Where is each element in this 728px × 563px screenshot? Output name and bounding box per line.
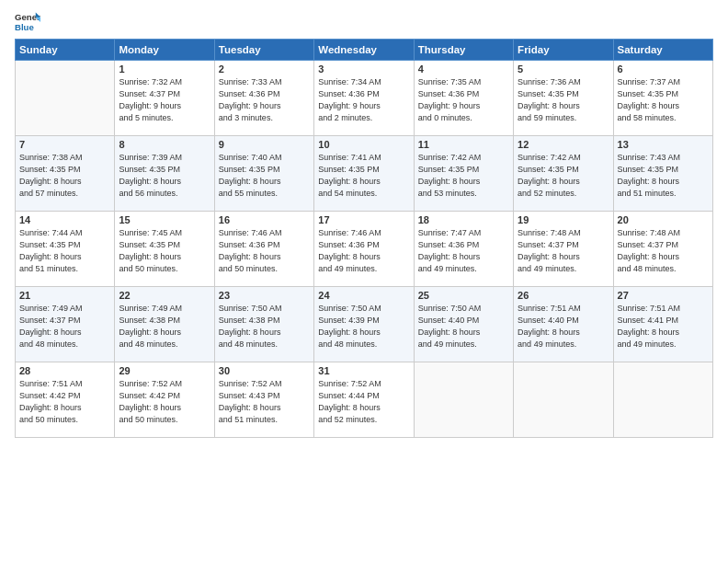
day-info: Sunrise: 7:49 AM Sunset: 4:38 PM Dayligh…: [119, 303, 210, 350]
day-number: 6: [618, 63, 709, 75]
day-info: Sunrise: 7:33 AM Sunset: 4:36 PM Dayligh…: [219, 76, 310, 124]
day-info: Sunrise: 7:46 AM Sunset: 4:36 PM Dayligh…: [219, 227, 310, 275]
calendar-week-1: 1Sunrise: 7:32 AM Sunset: 4:37 PM Daylig…: [16, 61, 713, 136]
day-number: 2: [219, 63, 310, 75]
day-info: Sunrise: 7:51 AM Sunset: 4:40 PM Dayligh…: [518, 303, 609, 350]
day-info: Sunrise: 7:35 AM Sunset: 4:36 PM Dayligh…: [418, 76, 509, 124]
calendar-cell: 24Sunrise: 7:50 AM Sunset: 4:39 PM Dayli…: [314, 287, 414, 362]
calendar-cell: 10Sunrise: 7:41 AM Sunset: 4:35 PM Dayli…: [314, 136, 414, 212]
header-row: SundayMondayTuesdayWednesdayThursdayFrid…: [16, 40, 713, 61]
day-info: Sunrise: 7:32 AM Sunset: 4:37 PM Dayligh…: [119, 76, 210, 124]
day-info: Sunrise: 7:43 AM Sunset: 4:35 PM Dayligh…: [618, 152, 709, 200]
header-cell-wednesday: Wednesday: [314, 40, 414, 61]
day-number: 25: [418, 290, 509, 301]
day-number: 7: [19, 139, 110, 150]
day-info: Sunrise: 7:52 AM Sunset: 4:42 PM Dayligh…: [119, 378, 210, 426]
calendar-cell: 6Sunrise: 7:37 AM Sunset: 4:35 PM Daylig…: [613, 61, 712, 136]
day-number: 8: [119, 139, 210, 150]
day-number: 23: [219, 290, 310, 301]
day-info: Sunrise: 7:40 AM Sunset: 4:35 PM Dayligh…: [219, 152, 310, 200]
calendar-week-4: 21Sunrise: 7:49 AM Sunset: 4:37 PM Dayli…: [16, 287, 713, 362]
day-info: Sunrise: 7:50 AM Sunset: 4:39 PM Dayligh…: [318, 303, 409, 350]
calendar-cell: 5Sunrise: 7:36 AM Sunset: 4:35 PM Daylig…: [514, 61, 613, 136]
calendar-cell: 2Sunrise: 7:33 AM Sunset: 4:36 PM Daylig…: [214, 61, 313, 136]
calendar-cell: 17Sunrise: 7:46 AM Sunset: 4:36 PM Dayli…: [314, 212, 414, 287]
day-number: 4: [418, 63, 509, 75]
header: General Blue: [15, 9, 713, 35]
day-number: 3: [318, 63, 409, 75]
page-container: General Blue SundayMondayTuesdayWednesda…: [0, 0, 728, 447]
calendar-cell: 13Sunrise: 7:43 AM Sunset: 4:35 PM Dayli…: [613, 136, 712, 212]
calendar-cell: 23Sunrise: 7:50 AM Sunset: 4:38 PM Dayli…: [214, 287, 313, 362]
day-info: Sunrise: 7:51 AM Sunset: 4:41 PM Dayligh…: [618, 303, 709, 350]
calendar-cell: 16Sunrise: 7:46 AM Sunset: 4:36 PM Dayli…: [214, 212, 313, 287]
calendar-cell: 30Sunrise: 7:52 AM Sunset: 4:43 PM Dayli…: [214, 362, 313, 438]
day-info: Sunrise: 7:41 AM Sunset: 4:35 PM Dayligh…: [318, 152, 409, 200]
calendar-cell: 27Sunrise: 7:51 AM Sunset: 4:41 PM Dayli…: [613, 287, 712, 362]
day-info: Sunrise: 7:52 AM Sunset: 4:43 PM Dayligh…: [219, 378, 310, 426]
calendar-cell: 1Sunrise: 7:32 AM Sunset: 4:37 PM Daylig…: [115, 61, 214, 136]
calendar-cell: [16, 61, 115, 136]
day-number: 16: [219, 214, 310, 225]
day-number: 17: [318, 214, 409, 225]
header-cell-sunday: Sunday: [16, 40, 115, 61]
day-number: 9: [219, 139, 310, 150]
day-info: Sunrise: 7:37 AM Sunset: 4:35 PM Dayligh…: [618, 76, 709, 124]
logo-icon: General Blue: [15, 9, 40, 35]
day-info: Sunrise: 7:36 AM Sunset: 4:35 PM Dayligh…: [518, 76, 609, 124]
calendar-cell: 7Sunrise: 7:38 AM Sunset: 4:35 PM Daylig…: [16, 136, 115, 212]
day-number: 28: [19, 365, 110, 376]
day-number: 29: [119, 365, 210, 376]
logo: General Blue: [15, 9, 42, 35]
day-info: Sunrise: 7:46 AM Sunset: 4:36 PM Dayligh…: [318, 227, 409, 275]
day-number: 21: [19, 290, 110, 301]
day-number: 20: [618, 214, 709, 225]
day-number: 31: [318, 365, 409, 376]
calendar-cell: 25Sunrise: 7:50 AM Sunset: 4:40 PM Dayli…: [414, 287, 513, 362]
day-info: Sunrise: 7:39 AM Sunset: 4:35 PM Dayligh…: [119, 152, 210, 200]
calendar-cell: 14Sunrise: 7:44 AM Sunset: 4:35 PM Dayli…: [16, 212, 115, 287]
calendar-cell: [613, 362, 712, 438]
day-info: Sunrise: 7:48 AM Sunset: 4:37 PM Dayligh…: [518, 227, 609, 275]
calendar-table: SundayMondayTuesdayWednesdayThursdayFrid…: [15, 39, 713, 438]
calendar-cell: 20Sunrise: 7:48 AM Sunset: 4:37 PM Dayli…: [613, 212, 712, 287]
day-number: 15: [119, 214, 210, 225]
day-info: Sunrise: 7:51 AM Sunset: 4:42 PM Dayligh…: [19, 378, 110, 426]
calendar-cell: 9Sunrise: 7:40 AM Sunset: 4:35 PM Daylig…: [214, 136, 313, 212]
day-info: Sunrise: 7:50 AM Sunset: 4:38 PM Dayligh…: [219, 303, 310, 350]
calendar-cell: 4Sunrise: 7:35 AM Sunset: 4:36 PM Daylig…: [414, 61, 513, 136]
calendar-cell: 29Sunrise: 7:52 AM Sunset: 4:42 PM Dayli…: [115, 362, 214, 438]
svg-text:Blue: Blue: [15, 22, 34, 32]
day-info: Sunrise: 7:47 AM Sunset: 4:36 PM Dayligh…: [418, 227, 509, 275]
header-cell-saturday: Saturday: [613, 40, 712, 61]
header-cell-thursday: Thursday: [414, 40, 513, 61]
header-cell-tuesday: Tuesday: [214, 40, 313, 61]
calendar-cell: 8Sunrise: 7:39 AM Sunset: 4:35 PM Daylig…: [115, 136, 214, 212]
day-info: Sunrise: 7:49 AM Sunset: 4:37 PM Dayligh…: [19, 303, 110, 350]
day-number: 13: [618, 139, 709, 150]
day-info: Sunrise: 7:50 AM Sunset: 4:40 PM Dayligh…: [418, 303, 509, 350]
calendar-cell: 28Sunrise: 7:51 AM Sunset: 4:42 PM Dayli…: [16, 362, 115, 438]
calendar-cell: 12Sunrise: 7:42 AM Sunset: 4:35 PM Dayli…: [514, 136, 613, 212]
day-number: 18: [418, 214, 509, 225]
day-number: 24: [318, 290, 409, 301]
day-number: 5: [518, 63, 609, 75]
day-info: Sunrise: 7:48 AM Sunset: 4:37 PM Dayligh…: [618, 227, 709, 275]
calendar-cell: 31Sunrise: 7:52 AM Sunset: 4:44 PM Dayli…: [314, 362, 414, 438]
calendar-cell: 3Sunrise: 7:34 AM Sunset: 4:36 PM Daylig…: [314, 61, 414, 136]
calendar-cell: 22Sunrise: 7:49 AM Sunset: 4:38 PM Dayli…: [115, 287, 214, 362]
day-info: Sunrise: 7:42 AM Sunset: 4:35 PM Dayligh…: [518, 152, 609, 200]
day-info: Sunrise: 7:45 AM Sunset: 4:35 PM Dayligh…: [119, 227, 210, 275]
header-cell-monday: Monday: [115, 40, 214, 61]
calendar-week-3: 14Sunrise: 7:44 AM Sunset: 4:35 PM Dayli…: [16, 212, 713, 287]
calendar-cell: 21Sunrise: 7:49 AM Sunset: 4:37 PM Dayli…: [16, 287, 115, 362]
day-info: Sunrise: 7:52 AM Sunset: 4:44 PM Dayligh…: [318, 378, 409, 426]
day-number: 12: [518, 139, 609, 150]
day-number: 22: [119, 290, 210, 301]
header-cell-friday: Friday: [514, 40, 613, 61]
day-number: 14: [19, 214, 110, 225]
day-info: Sunrise: 7:34 AM Sunset: 4:36 PM Dayligh…: [318, 76, 409, 124]
calendar-cell: 19Sunrise: 7:48 AM Sunset: 4:37 PM Dayli…: [514, 212, 613, 287]
day-info: Sunrise: 7:38 AM Sunset: 4:35 PM Dayligh…: [19, 152, 110, 200]
calendar-cell: 11Sunrise: 7:42 AM Sunset: 4:35 PM Dayli…: [414, 136, 513, 212]
